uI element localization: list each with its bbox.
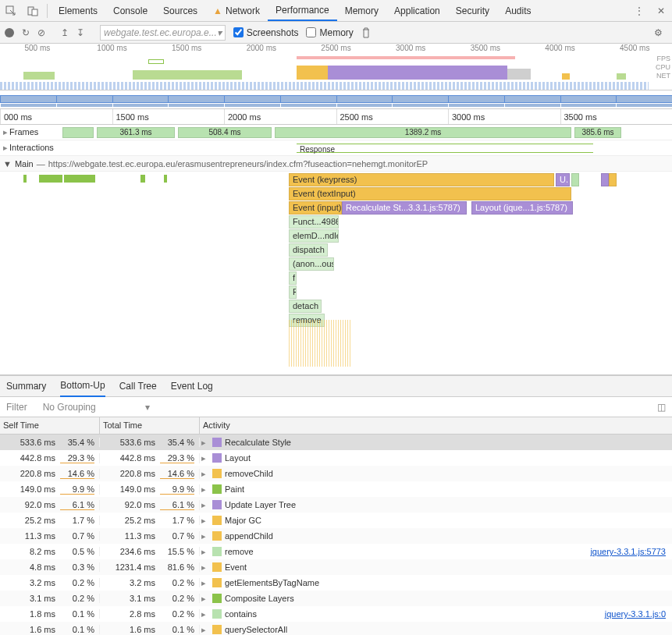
tab-application[interactable]: Application [386, 0, 448, 21]
activity-swatch [212, 453, 222, 463]
expand-icon[interactable]: ▸ [201, 547, 209, 557]
frame-bar[interactable]: 361.3 ms [97, 127, 175, 138]
expand-icon[interactable]: ▸ [201, 578, 209, 588]
tab-audits[interactable]: Audits [497, 0, 539, 21]
tab-security[interactable]: Security [448, 0, 497, 21]
tab-memory[interactable]: Memory [337, 0, 386, 21]
expand-icon[interactable]: ▸ [201, 531, 209, 541]
interaction-response: Response [297, 145, 335, 154]
table-row[interactable]: 92.0 ms6.1 %92.0 ms6.1 %▸Update Layer Tr… [0, 497, 672, 513]
main-track: ▼ Main — https://webgate.test.ec.europa.… [0, 156, 672, 375]
tab-console[interactable]: Console [105, 0, 155, 21]
flame-bar[interactable]: Recalculate St...3.3.1.js:5787) [342, 201, 467, 215]
table-row[interactable]: 3.1 ms0.2 %3.1 ms0.2 %▸Composite Layers [0, 591, 672, 606]
save-profile-icon[interactable]: ↧ [76, 27, 84, 38]
expand-icon[interactable]: ▸ [201, 516, 209, 526]
table-row[interactable]: 3.2 ms0.2 %3.2 ms0.2 %▸getElementsByTagN… [0, 575, 672, 591]
table-row[interactable]: 442.8 ms29.3 %442.8 ms29.3 %▸Layout [0, 450, 672, 466]
frame-bar[interactable]: 508.4 ms [178, 127, 272, 138]
details-tab-bottom-up[interactable]: Bottom-Up [60, 375, 105, 397]
main-url: https://webgate.test.ec.europa.eu/erasmu… [48, 159, 428, 169]
details-tab-event-log[interactable]: Event Log [171, 376, 213, 396]
flame-bar[interactable]: (anon...ous) [289, 257, 334, 271]
flame-bar[interactable]: detach [289, 300, 322, 313]
details-tab-call-tree[interactable]: Call Tree [119, 376, 157, 396]
flame-bar[interactable]: Layout (jque...1.js:5787) [471, 201, 573, 215]
source-link[interactable]: jquery-3.3.1.js:5773 [590, 547, 666, 556]
table-row[interactable]: 533.6 ms35.4 %533.6 ms35.4 %▸Recalculate… [0, 435, 672, 450]
frame-bar[interactable]: 1389.2 ms [275, 127, 571, 138]
expand-icon[interactable]: ▸ [201, 438, 209, 448]
expand-icon[interactable]: ▸ [201, 562, 209, 573]
activity-swatch [212, 578, 222, 587]
table-row[interactable]: 8.2 ms0.5 %234.6 ms15.5 %▸removejquery-3… [0, 544, 672, 559]
activity-table[interactable]: 533.6 ms35.4 %533.6 ms35.4 %▸Recalculate… [0, 435, 672, 635]
grouping-select[interactable]: No Grouping ▾ [43, 402, 150, 413]
flame-bar[interactable]: P [289, 286, 297, 299]
record-button[interactable] [5, 28, 14, 37]
expand-icon[interactable]: ▸ [201, 609, 209, 619]
flame-chart[interactable]: Event (keypress)U...Event (textInput)Eve… [0, 172, 672, 374]
show-heaviest-stack-icon[interactable]: ◫ [657, 402, 666, 413]
table-row[interactable]: 4.8 ms0.3 %1231.4 ms81.6 %▸Event [0, 559, 672, 575]
recording-url-select[interactable]: webgate.test.ec.europa.e... ▾ [100, 25, 226, 41]
table-row[interactable]: 1.8 ms0.1 %2.8 ms0.2 %▸containsjquery-3.… [0, 606, 672, 622]
reload-icon[interactable]: ↻ [22, 27, 30, 38]
main-track-header[interactable]: ▼ Main — https://webgate.test.ec.europa.… [0, 156, 672, 172]
flame-bar[interactable]: elemD...ndle [289, 229, 339, 243]
flame-bar[interactable]: Funct...4986) [289, 215, 339, 229]
overview-panel[interactable]: 500 ms1000 ms1500 ms2000 ms2500 ms3000 m… [0, 44, 672, 90]
clear-icon[interactable]: ⊘ [37, 27, 45, 38]
close-icon[interactable]: ✕ [650, 0, 672, 22]
flame-bar[interactable] [609, 173, 617, 186]
device-toggle-icon[interactable] [22, 0, 44, 22]
flame-bar[interactable]: dispatch [289, 243, 328, 257]
capture-settings-icon[interactable]: ⚙ [654, 27, 663, 38]
expand-icon[interactable]: ▸ [201, 469, 209, 479]
col-self-time[interactable]: Self Time [0, 417, 100, 434]
table-row[interactable]: 11.3 ms0.7 %11.3 ms0.7 %▸appendChild [0, 528, 672, 544]
frames-track[interactable]: ▸Frames 361.3 ms508.4 ms1389.2 ms385.6 m… [0, 125, 672, 140]
col-total-time[interactable]: Total Time [100, 417, 200, 434]
memory-checkbox[interactable]: Memory [306, 27, 353, 38]
flame-bar[interactable]: Event (textInput) [289, 187, 571, 200]
table-header: Self Time Total Time Activity [0, 417, 672, 435]
interactions-track[interactable]: ▸Interactions Response [0, 140, 672, 156]
expand-icon[interactable]: ▸ [3, 127, 8, 137]
expand-icon[interactable]: ▸ [201, 484, 209, 495]
expand-icon[interactable]: ▸ [201, 500, 209, 510]
network-strip[interactable] [0, 90, 672, 109]
flame-bar[interactable] [601, 173, 609, 186]
tab-elements[interactable]: Elements [51, 0, 105, 21]
tab-sources[interactable]: Sources [155, 0, 205, 21]
inspect-icon[interactable] [0, 0, 22, 22]
time-ruler[interactable]: 000 ms1500 ms2000 ms2500 ms3000 ms3500 m… [0, 109, 672, 125]
tab-performance[interactable]: Performance [268, 0, 337, 21]
collapse-icon[interactable]: ▼ [3, 159, 12, 169]
expand-icon[interactable]: ▸ [201, 625, 209, 635]
tab-network[interactable]: ▲Network [205, 0, 268, 21]
flame-bar[interactable]: f [289, 271, 297, 285]
table-row[interactable]: 149.0 ms9.9 %149.0 ms9.9 %▸Paint [0, 481, 672, 497]
table-row[interactable]: 25.2 ms1.7 %25.2 ms1.7 %▸Major GC [0, 513, 672, 528]
flame-bar[interactable]: Event (keypress) [289, 173, 554, 186]
activity-swatch [212, 594, 222, 603]
col-activity[interactable]: Activity [200, 417, 672, 434]
filter-input[interactable]: Filter [6, 402, 27, 413]
table-row[interactable]: 220.8 ms14.6 %220.8 ms14.6 %▸removeChild [0, 466, 672, 481]
expand-icon[interactable]: ▸ [3, 143, 8, 152]
flame-bar[interactable] [571, 173, 579, 186]
flame-bar[interactable]: Event (input) [289, 201, 342, 215]
table-row[interactable]: 1.6 ms0.1 %1.6 ms0.1 %▸querySelectorAll [0, 622, 672, 635]
more-icon[interactable]: ⋮ [628, 0, 650, 22]
garbage-collect-icon[interactable] [361, 27, 371, 38]
expand-icon[interactable]: ▸ [201, 453, 209, 463]
expand-icon[interactable]: ▸ [201, 594, 209, 604]
frame-bar[interactable]: 385.6 ms [574, 127, 621, 138]
screenshots-checkbox[interactable]: Screenshots [233, 27, 299, 38]
details-tab-summary[interactable]: Summary [6, 376, 46, 396]
frame-bar[interactable] [62, 127, 94, 138]
source-link[interactable]: jquery-3.3.1.js:0 [605, 609, 666, 619]
flame-bar[interactable]: U... [556, 173, 570, 186]
load-profile-icon[interactable]: ↥ [61, 27, 69, 38]
